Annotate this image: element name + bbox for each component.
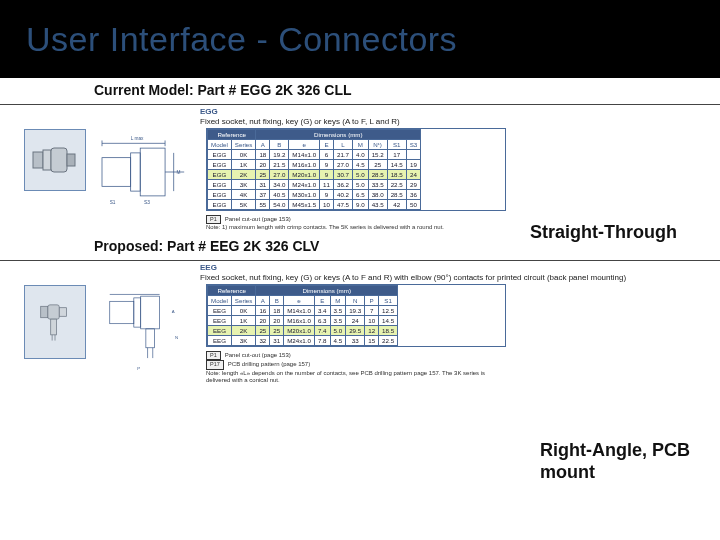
- table-row: EGG1K2021.5M16x1.0927.04.52514.519: [208, 160, 421, 170]
- svg-rect-2: [51, 148, 67, 172]
- svg-rect-16: [41, 306, 48, 317]
- spec-caption: Fixed socket, nut fixing, key (G) or key…: [200, 117, 506, 127]
- svg-rect-23: [134, 298, 141, 327]
- svg-rect-4: [102, 158, 131, 187]
- svg-rect-18: [59, 308, 66, 317]
- svg-rect-24: [141, 296, 160, 329]
- current-spec-block: EGG Fixed socket, nut fixing, key (G) or…: [90, 107, 506, 232]
- engineering-drawing-icon: L max M S3 S1: [91, 129, 199, 215]
- table-row: EEG0K1618M14x1.03.43.519.3712.5: [208, 306, 398, 316]
- connector-straight-icon: [31, 140, 79, 180]
- connector-elbow-icon: [31, 302, 79, 342]
- spec-title: EGG: [200, 107, 218, 116]
- table-row: EGG4K3740.5M30x1.0940.26.538.028.536: [208, 190, 421, 200]
- table-row: EEG1K2020M16x1.06.33.5241014.5: [208, 316, 398, 326]
- current-footnote: P1Panel cut-out (page 153) Note: 1) maxi…: [206, 215, 506, 232]
- spec-caption: Fixed socket, nut fixing, key (G) or key…: [200, 273, 626, 283]
- proposed-connector-photo: [24, 285, 86, 359]
- current-connector-photo: [24, 129, 86, 191]
- svg-rect-22: [110, 302, 134, 324]
- divider: [0, 260, 720, 261]
- proposed-panel: EEG Fixed socket, nut fixing, key (G) or…: [0, 263, 720, 385]
- current-model-label: Current Model: Part # EGG 2K 326 CLL: [0, 78, 720, 100]
- type-straight-label: Straight-Through: [530, 222, 677, 243]
- title-bar: User Interface - Connectors: [0, 0, 720, 78]
- table-row: EGG5K5554.0M45x1.51047.59.043.54250: [208, 200, 421, 210]
- svg-rect-17: [48, 305, 59, 319]
- current-spec-table: ReferenceDimensions (mm)ModelSeriesABeEL…: [206, 128, 506, 211]
- svg-text:P: P: [137, 366, 140, 371]
- proposed-spec-table: ReferenceDimensions (mm)ModelSeriesABeEM…: [206, 284, 506, 347]
- divider: [0, 104, 720, 105]
- svg-text:S1: S1: [110, 200, 116, 205]
- svg-text:S3: S3: [144, 200, 150, 205]
- svg-rect-1: [43, 150, 51, 170]
- svg-rect-6: [140, 148, 165, 196]
- svg-rect-5: [131, 153, 141, 191]
- svg-text:N: N: [175, 335, 178, 340]
- page-title: User Interface - Connectors: [26, 20, 457, 59]
- svg-rect-19: [51, 319, 57, 335]
- current-drawing: L max M S3 S1: [90, 128, 200, 216]
- type-rightangle-label: Right-Angle, PCB mount: [540, 440, 720, 483]
- spec-title: EEG: [200, 263, 217, 272]
- svg-text:A: A: [172, 310, 175, 315]
- svg-text:M: M: [177, 170, 181, 175]
- svg-rect-0: [33, 152, 43, 168]
- proposed-spec-block: EEG Fixed socket, nut fixing, key (G) or…: [90, 263, 626, 385]
- table-row: EEG3K3231M24x1.07.84.5331522.5: [208, 336, 398, 346]
- engineering-drawing-elbow-icon: A N P: [91, 291, 199, 377]
- proposed-footnote: P1Panel cut-out (page 153) P17PCB drilli…: [206, 351, 506, 385]
- table-row: EGG0K1819.2M14x1.0621.74.015.217: [208, 150, 421, 160]
- svg-text:L max: L max: [131, 137, 144, 142]
- svg-rect-3: [67, 154, 75, 166]
- table-row: EGG2K2527.0M20x1.0930.75.028.518.524: [208, 170, 421, 180]
- table-row: EGG3K3134.0M24x1.01136.25.033.522.529: [208, 180, 421, 190]
- current-panel: EGG Fixed socket, nut fixing, key (G) or…: [0, 107, 720, 232]
- table-row: EEG2K2525M20x1.07.45.029.51218.5: [208, 326, 398, 336]
- svg-rect-25: [146, 329, 155, 348]
- proposed-drawing: A N P: [90, 284, 200, 384]
